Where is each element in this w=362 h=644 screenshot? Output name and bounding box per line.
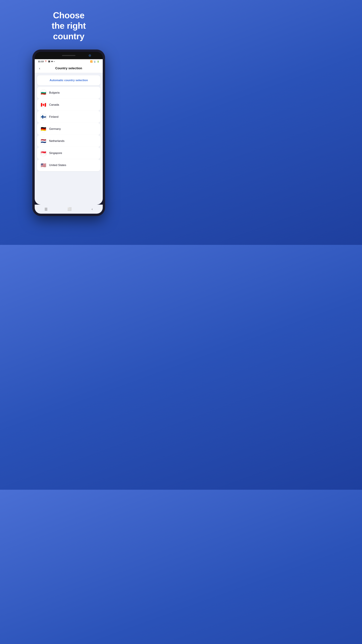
screen-title: Country selection xyxy=(55,66,82,70)
country-item[interactable]: 🇫🇮Finland xyxy=(37,111,100,123)
dot-icon: • xyxy=(54,60,54,63)
flag-emoji: 🇺🇸 xyxy=(41,163,46,167)
country-name: United States xyxy=(49,164,66,167)
country-name: Singapore xyxy=(49,152,62,155)
country-flag: 🇧🇬 xyxy=(40,90,47,96)
country-name: Netherlands xyxy=(49,139,64,143)
location-icon: 📍 xyxy=(44,60,47,63)
battery-icon: 🔋 xyxy=(97,60,99,63)
auto-select-button[interactable]: Automatic country selection xyxy=(37,75,100,85)
mobile-signal-icon: 📡 xyxy=(93,60,96,63)
flag-emoji: 🇨🇦 xyxy=(41,103,46,107)
country-name: Germany xyxy=(49,127,61,131)
phone-speaker xyxy=(62,55,75,56)
country-name: Canada xyxy=(49,103,59,106)
country-name: Bulgaria xyxy=(49,91,59,94)
flag-emoji: 🇸🇬 xyxy=(41,151,46,155)
flag-emoji: 🇩🇪 xyxy=(41,127,46,131)
countries-container: 🇧🇬Bulgaria🇨🇦Canada🇫🇮Finland🇩🇪Germany🇳🇱Ne… xyxy=(37,87,100,171)
flag-emoji: 🇳🇱 xyxy=(41,139,46,143)
nav-back-button[interactable]: ‹ xyxy=(92,207,93,211)
country-item[interactable]: 🇳🇱Netherlands xyxy=(37,135,100,147)
country-item[interactable]: 🇨🇦Canada xyxy=(37,99,100,111)
navigation-bar: ||| ⬜ ‹ xyxy=(35,204,103,214)
hero-title: Choose the right country xyxy=(52,10,86,42)
phone-camera xyxy=(89,54,91,57)
country-item[interactable]: 🇩🇪Germany xyxy=(37,123,100,135)
country-name: Finland xyxy=(49,115,58,118)
app-content: ‹ Country selection Automatic country se… xyxy=(35,64,103,204)
country-flag: 🇨🇦 xyxy=(40,102,47,108)
country-flag: 🇫🇮 xyxy=(40,114,47,120)
status-bar: 11:13 📍 🖼 ✉ • 📶 📡 🔋 xyxy=(35,59,103,64)
country-flag: 🇺🇸 xyxy=(40,162,47,168)
wifi-icon: 📶 xyxy=(90,60,93,63)
flag-emoji: 🇧🇬 xyxy=(41,90,46,95)
country-list: Automatic country selection 🇧🇬Bulgaria🇨🇦… xyxy=(35,73,103,174)
country-flag: 🇸🇬 xyxy=(40,150,47,156)
flag-emoji: 🇫🇮 xyxy=(41,115,46,119)
country-flag: 🇳🇱 xyxy=(40,138,47,144)
country-item[interactable]: 🇧🇬Bulgaria xyxy=(37,87,100,99)
phone-notch xyxy=(35,52,103,59)
phone-shell: 11:13 📍 🖼 ✉ • 📶 📡 🔋 ‹ Country selection … xyxy=(33,50,105,216)
gallery-icon: 🖼 xyxy=(48,60,50,63)
home-button[interactable]: ⬜ xyxy=(67,207,71,211)
app-header: ‹ Country selection xyxy=(35,64,103,73)
country-item[interactable]: 🇺🇸United States xyxy=(37,159,100,171)
country-item[interactable]: 🇸🇬Singapore xyxy=(37,147,100,159)
back-button[interactable]: ‹ xyxy=(38,66,41,71)
gmail-icon: ✉ xyxy=(51,60,53,63)
country-flag: 🇩🇪 xyxy=(40,126,47,132)
status-time: 11:13 xyxy=(38,60,43,63)
recents-button[interactable]: ||| xyxy=(45,207,47,211)
